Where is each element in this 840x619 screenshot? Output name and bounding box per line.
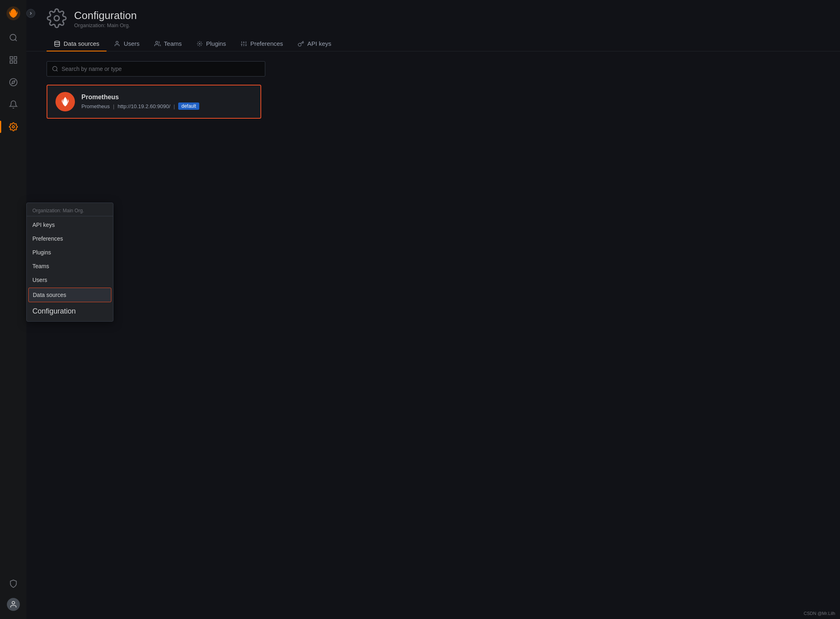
svg-point-9	[12, 126, 15, 128]
avatar[interactable]	[7, 598, 20, 611]
svg-point-1	[10, 34, 16, 40]
svg-point-7	[9, 78, 17, 85]
page-title: Configuration	[74, 9, 137, 22]
context-menu-plugins-label: Plugins	[32, 249, 51, 256]
sidebar-item-search[interactable]	[0, 26, 26, 49]
main-content: Configuration Organization: Main Org. Da…	[26, 0, 840, 619]
search-icon	[52, 66, 58, 72]
context-menu-preferences-label: Preferences	[32, 235, 63, 242]
datasource-url: http://10.19.2.60:9090/	[117, 103, 170, 109]
content-area: Prometheus Prometheus | http://10.19.2.6…	[26, 51, 840, 128]
datasource-name: Prometheus	[81, 94, 199, 101]
svg-point-14	[156, 41, 158, 43]
tab-data-sources[interactable]: Data sources	[47, 36, 107, 51]
context-menu: Organization: Main Org. API keys Prefere…	[26, 203, 113, 322]
separator-2: |	[174, 103, 175, 109]
sidebar-item-explore[interactable]	[0, 71, 26, 93]
watermark: CSDN @Mr.Lilh	[804, 611, 835, 616]
datasource-meta: Prometheus | http://10.19.2.60:9090/ | d…	[81, 102, 199, 110]
sidebar-item-dashboards[interactable]	[0, 49, 26, 71]
svg-point-11	[54, 16, 60, 21]
plugin-icon	[196, 41, 203, 47]
sidebar-item-configuration[interactable]	[0, 115, 26, 138]
tab-api-keys[interactable]: API keys	[290, 36, 339, 51]
svg-point-15	[199, 43, 200, 44]
tabs-bar: Data sources Users Teams Plugins	[26, 36, 840, 51]
sidebar	[0, 0, 26, 619]
search-bar[interactable]	[47, 61, 265, 77]
tab-users-label: Users	[124, 40, 139, 47]
header-gear-icon	[47, 8, 67, 30]
sidebar-logo[interactable]	[0, 0, 26, 26]
datasource-card[interactable]: Prometheus Prometheus | http://10.19.2.6…	[47, 85, 261, 119]
svg-rect-6	[14, 60, 16, 63]
context-menu-item-users[interactable]: Users	[27, 273, 113, 287]
page-header: Configuration Organization: Main Org.	[26, 0, 840, 36]
svg-marker-8	[12, 81, 15, 84]
tab-plugins-label: Plugins	[206, 40, 226, 47]
database-icon	[54, 41, 60, 47]
tab-teams-label: Teams	[164, 40, 182, 47]
context-menu-teams-label: Teams	[32, 263, 49, 269]
context-menu-data-sources-label: Data sources	[33, 292, 66, 298]
tab-preferences[interactable]: Preferences	[233, 36, 290, 51]
svg-line-26	[56, 70, 58, 71]
tab-teams[interactable]: Teams	[147, 36, 189, 51]
svg-rect-5	[10, 60, 12, 63]
sidebar-item-alerts[interactable]	[0, 93, 26, 115]
sliders-icon	[241, 41, 247, 47]
svg-point-10	[12, 602, 15, 604]
svg-point-12	[55, 41, 60, 43]
chevron-right-icon	[28, 11, 33, 16]
key-icon	[298, 41, 304, 47]
tab-plugins[interactable]: Plugins	[189, 36, 233, 51]
svg-point-25	[53, 66, 57, 71]
users-icon	[154, 41, 161, 47]
user-icon	[114, 41, 120, 47]
tab-users[interactable]: Users	[107, 36, 147, 51]
svg-point-13	[116, 41, 118, 43]
toggle-sidebar-button[interactable]	[26, 9, 35, 18]
svg-rect-4	[14, 56, 16, 59]
datasource-icon	[55, 92, 75, 111]
tab-preferences-label: Preferences	[250, 40, 283, 47]
context-menu-item-preferences[interactable]: Preferences	[27, 232, 113, 245]
context-menu-users-label: Users	[32, 277, 47, 283]
tab-data-sources-label: Data sources	[64, 40, 99, 47]
context-menu-org: Organization: Main Org.	[27, 205, 113, 216]
context-menu-config-label: Configuration	[27, 303, 113, 320]
context-menu-item-teams[interactable]: Teams	[27, 259, 113, 273]
datasource-badge: default	[178, 102, 199, 110]
svg-rect-3	[10, 56, 12, 59]
sidebar-item-shield[interactable]	[0, 572, 26, 595]
context-menu-item-data-sources[interactable]: Data sources	[28, 288, 111, 302]
header-text: Configuration Organization: Main Org.	[74, 9, 137, 28]
context-menu-api-keys-label: API keys	[32, 222, 55, 228]
datasource-type: Prometheus	[81, 103, 110, 109]
svg-line-2	[15, 39, 17, 41]
search-input[interactable]	[62, 66, 260, 72]
separator-1: |	[113, 103, 114, 109]
context-menu-item-api-keys[interactable]: API keys	[27, 218, 113, 232]
tab-api-keys-label: API keys	[307, 40, 331, 47]
datasource-info: Prometheus Prometheus | http://10.19.2.6…	[81, 94, 199, 110]
context-menu-item-plugins[interactable]: Plugins	[27, 245, 113, 259]
page-subtitle: Organization: Main Org.	[74, 22, 137, 28]
